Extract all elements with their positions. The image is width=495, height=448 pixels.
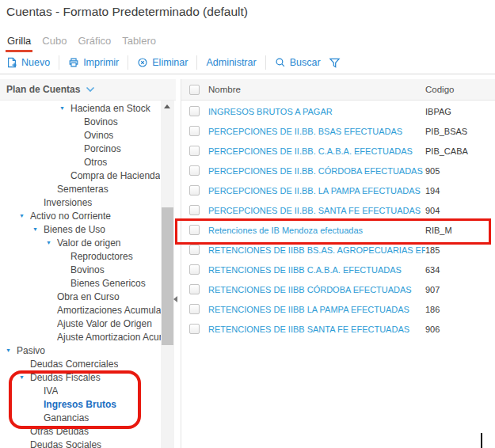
toolbar-divider [196,55,197,70]
row-checkbox[interactable] [189,245,200,255]
tab-cubo[interactable]: Cubo [41,35,67,47]
expand-arrow-icon[interactable]: ▼ [59,101,70,115]
row-checkbox[interactable] [189,284,200,294]
table-row[interactable]: RETENCIONES DE IIBB LA PAMPA EFECTUADAS … [181,299,495,319]
tree-item[interactable]: ▼ IVA [0,384,161,397]
tree-item[interactable]: ▼ Ajuste Valor de Origen [0,317,161,330]
manage-button[interactable]: Administrar [206,57,256,68]
tree-item-label: Porcinos [84,143,121,154]
filter-button[interactable] [329,57,341,69]
collapse-panel-icon[interactable] [173,296,177,302]
table-row[interactable]: PERCEPCIONES DE II.BB. C.A.B.A. EFECTUAD… [181,141,495,161]
account-code: PIB_BSAS [425,127,495,136]
table-row[interactable]: PERCEPCIONES DE II.BB. CÓRDOBA EFECTUADA… [181,161,495,180]
table-row[interactable]: PERCEPCIONES DE II.BB. BSAS EFECTUADAS P… [181,121,495,141]
sidebar-header[interactable]: Plan de Cuentas [0,79,176,101]
account-name-link[interactable]: Retenciones de IB Mendoza efectuadas [208,226,425,235]
row-checkbox[interactable] [189,304,200,314]
delete-button[interactable]: Eliminar [137,57,188,68]
expand-arrow-icon[interactable]: ▼ [32,222,44,236]
table-row[interactable]: PERCEPCIONES DE II.BB. LA PAMPA EFECTUAD… [181,180,495,200]
tree-item[interactable]: ▼ Bienes de Uso [0,222,161,236]
tab-grafico[interactable]: Gráfico [77,35,112,47]
account-name-link[interactable]: PERCEPCIONES DE II.BB. C.A.B.A. EFECTUAD… [208,146,425,156]
search-button[interactable]: Buscar [275,57,321,68]
account-name-link[interactable]: RETENCIONES DE IIBB BS.AS. AGROPECUARIAS… [208,245,425,255]
tree-item[interactable]: ▼ Reproductores [0,249,161,263]
tree-item[interactable]: ▼ Ovinos [0,128,161,142]
tree-item-label: Activo no Corriente [30,211,111,222]
tree-item[interactable]: ▼ Porcinos [0,142,161,155]
new-button[interactable]: Nuevo [6,57,50,68]
account-code: IBPAG [425,107,495,116]
tree-item[interactable]: ▼ Amortizaciones Acumulad [0,303,161,317]
expand-arrow-icon[interactable]: ▼ [19,370,30,384]
tree-item[interactable]: ▼ Pasivo [0,344,161,357]
select-all-checkbox[interactable] [189,85,200,95]
scrollbar-up-arrow-icon[interactable] [164,104,170,108]
tree-item[interactable]: ▼ Otras Deudas [0,424,161,438]
tab-grilla[interactable]: Grilla [6,35,32,47]
expand-arrow-icon[interactable]: ▼ [19,209,30,222]
account-code: 904 [425,206,495,215]
account-name-link[interactable]: RETENCIONES DE IIBB LA PAMPA EFECTUADAS [208,305,425,314]
tree-item[interactable]: ▼ Deudas Comerciales [0,357,161,370]
tree-item[interactable]: ▼ Otros [0,155,161,169]
account-name-link[interactable]: RETENCIONES DE IIBB C.A.B.A. EFECTUADAS [208,265,425,275]
expand-arrow-icon[interactable]: ▼ [46,236,57,249]
row-checkbox[interactable] [189,264,200,275]
tree-item[interactable]: ▼ Hacienda en Stock [0,101,161,115]
toolbar-divider [128,55,128,70]
tree-item[interactable]: ▼ Ajuste Amortizacion Acun [0,330,161,344]
row-checkbox[interactable] [189,106,200,116]
tree-item-label: Ovinos [84,130,113,141]
row-checkbox[interactable] [189,126,200,136]
print-button[interactable]: Imprimir [68,57,119,68]
tree-item-label: Ajuste Amortizacion Acun [57,332,161,343]
account-name-link[interactable]: RETENCIONES DE IIBB CÓRDOBA EFECTUADAS [208,285,425,294]
row-checkbox[interactable] [189,225,200,235]
account-code: RIB_M [425,226,495,235]
delete-circle-icon [137,57,148,68]
tree-item[interactable]: ▼ Ganancias [0,411,161,424]
tree-item[interactable]: ▼ Activo no Corriente [0,209,161,222]
tree-item[interactable]: ▼ Inversiones [0,196,161,209]
table-row[interactable]: RETENCIONES DE IIBB BS.AS. AGROPECUARIAS… [181,240,495,260]
tree-item-label: Inversiones [44,197,92,208]
account-name-link[interactable]: INGRESOS BRUTOS A PAGAR [208,107,425,116]
tree-item[interactable]: ▼ Bovinos [0,115,161,128]
text-cursor-artifact [481,433,482,448]
tree-item[interactable]: ▼ Deudas Sociales [0,438,161,448]
tree-item[interactable]: ▼ Deudas Fiscales [0,370,161,384]
scrollbar-thumb[interactable] [162,207,173,345]
tree-item[interactable]: ▼ Ingresos Brutos [0,397,161,411]
table-row[interactable]: PERCEPCIONES DE II.BB. SANTA FE EFECTUAD… [181,200,495,220]
table-row[interactable]: RETENCIONES DE IIBB CÓRDOBA EFECTUADAS 9… [181,279,495,299]
accounts-table: INGRESOS BRUTOS A PAGAR IBPAG PERCEPCION… [181,101,495,339]
tree-item-label: Pasivo [17,345,45,356]
row-checkbox[interactable] [189,165,200,176]
row-checkbox[interactable] [189,324,200,334]
row-checkbox[interactable] [189,185,200,196]
tree-item[interactable]: ▼ Obra en Curso [0,290,161,303]
table-row[interactable]: RETENCIONES DE IIBB SANTA FE EFECTUADAS … [181,319,495,339]
tree-item[interactable]: ▼ Bienes Genericos [0,276,161,290]
tree-item[interactable]: ▼ Bovinos [0,263,161,276]
tree-item[interactable]: ▼ Valor de origen [0,236,161,249]
account-name-link[interactable]: PERCEPCIONES DE II.BB. SANTA FE EFECTUAD… [208,206,425,215]
row-checkbox[interactable] [189,146,200,156]
account-name-link[interactable]: RETENCIONES DE IIBB SANTA FE EFECTUADAS [208,325,425,334]
account-name-link[interactable]: PERCEPCIONES DE II.BB. LA PAMPA EFECTUAD… [208,186,425,196]
account-name-link[interactable]: PERCEPCIONES DE II.BB. CÓRDOBA EFECTUADA… [208,166,425,176]
expand-arrow-icon[interactable]: ▼ [6,344,17,357]
row-checkbox[interactable] [189,205,200,215]
account-name-link[interactable]: PERCEPCIONES DE II.BB. BSAS EFECTUADAS [208,127,425,136]
tab-tablero[interactable]: Tablero [121,35,157,47]
table-row[interactable]: RETENCIONES DE IIBB C.A.B.A. EFECTUADAS … [181,260,495,279]
sidebar-scrollbar[interactable] [161,101,174,448]
tree-item-label: Sementeras [57,184,109,195]
tree-item[interactable]: ▼ Compra de Hacienda [0,169,161,182]
table-row[interactable]: INGRESOS BRUTOS A PAGAR IBPAG [181,101,495,121]
table-row[interactable]: Retenciones de IB Mendoza efectuadas RIB… [181,220,495,240]
tree-item[interactable]: ▼ Sementeras [0,182,161,196]
